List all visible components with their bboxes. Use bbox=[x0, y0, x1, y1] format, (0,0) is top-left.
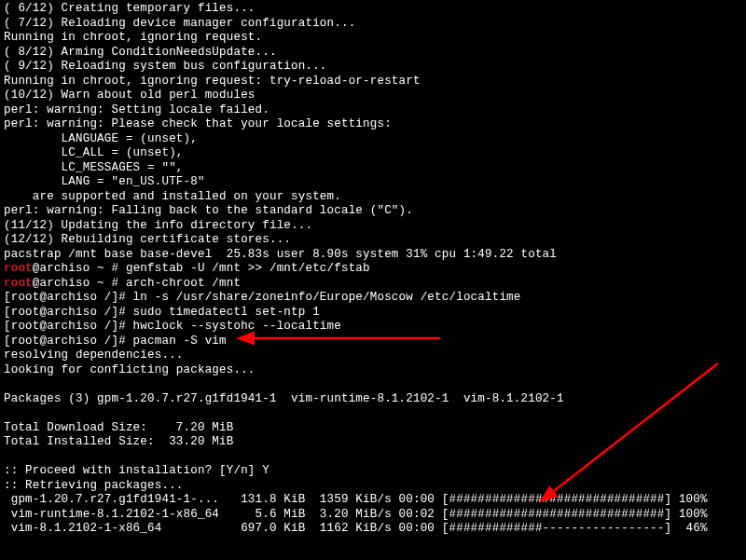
terminal-text: Running in chroot, ignoring request: try… bbox=[4, 75, 421, 88]
terminal-text: LANG = "en_US.UTF-8" bbox=[4, 175, 205, 188]
terminal-text: Running in chroot, ignoring request. bbox=[4, 31, 262, 44]
terminal-text: ( 8/12) Arming ConditionNeedsUpdate... bbox=[4, 46, 277, 59]
terminal-text: @archiso ~ # genfstab -U /mnt >> /mnt/et… bbox=[33, 262, 370, 275]
terminal-line: LC_ALL = (unset), bbox=[4, 146, 742, 161]
terminal-line: LC_MESSAGES = "", bbox=[4, 161, 742, 176]
terminal-line: (12/12) Rebuilding certificate stores... bbox=[4, 233, 742, 248]
terminal-text: perl: warning: Please check that your lo… bbox=[4, 117, 392, 130]
terminal-text: LC_MESSAGES = "", bbox=[4, 161, 184, 174]
terminal-text: perl: warning: Setting locale failed. bbox=[4, 103, 269, 116]
terminal-text: LC_ALL = (unset), bbox=[4, 146, 184, 159]
terminal-text: :: Proceed with installation? [Y/n] Y bbox=[4, 464, 269, 477]
terminal-line: Total Download Size: 7.20 MiB bbox=[4, 421, 742, 436]
terminal-line: ( 9/12) Reloading system bus configurati… bbox=[4, 60, 742, 75]
terminal-line: (10/12) Warn about old perl modules bbox=[4, 89, 742, 103]
terminal-text: (12/12) Rebuilding certificate stores... bbox=[4, 233, 291, 246]
terminal-text: [root@archiso /]# ln -s /usr/share/zonei… bbox=[4, 291, 521, 304]
terminal-text: root bbox=[4, 277, 33, 290]
terminal-line: vim-8.1.2102-1-x86_64 697.0 KiB 1162 KiB… bbox=[4, 522, 742, 537]
terminal-line: vim-runtime-8.1.2102-1-x86_64 5.6 MiB 3.… bbox=[4, 508, 742, 523]
terminal-line: :: Proceed with installation? [Y/n] Y bbox=[4, 464, 742, 479]
terminal-line: [root@archiso /]# hwclock --systohc --lo… bbox=[4, 320, 742, 335]
terminal-line: are supported and installed on your syst… bbox=[4, 190, 742, 205]
terminal-text: (10/12) Warn about old perl modules bbox=[4, 89, 256, 102]
terminal-line: ( 6/12) Creating temporary files... bbox=[4, 2, 742, 17]
terminal-output[interactable]: ( 6/12) Creating temporary files...( 7/1… bbox=[0, 0, 746, 539]
terminal-line: gpm-1.20.7.r27.g1fd1941-1-... 131.8 KiB … bbox=[4, 493, 742, 508]
terminal-text: gpm-1.20.7.r27.g1fd1941-1-... 131.8 KiB … bbox=[4, 493, 708, 506]
terminal-line: (11/12) Updating the info directory file… bbox=[4, 219, 742, 234]
terminal-line bbox=[4, 450, 742, 465]
terminal-text: :: Retrieving packages... bbox=[4, 479, 184, 492]
terminal-text: Total Installed Size: 33.20 MiB bbox=[4, 435, 233, 448]
terminal-line: ( 7/12) Reloading device manager configu… bbox=[4, 17, 742, 32]
terminal-text: [root@archiso /]# sudo timedatectl set-n… bbox=[4, 306, 320, 319]
terminal-text: perl: warning: Falling back to the stand… bbox=[4, 204, 413, 217]
terminal-line: root@archiso ~ # genfstab -U /mnt >> /mn… bbox=[4, 262, 742, 277]
terminal-text: are supported and installed on your syst… bbox=[4, 190, 341, 203]
terminal-line: [root@archiso /]# sudo timedatectl set-n… bbox=[4, 306, 742, 321]
terminal-text: Packages (3) gpm-1.20.7.r27.g1fd1941-1 v… bbox=[4, 392, 564, 405]
terminal-line: Running in chroot, ignoring request. bbox=[4, 31, 742, 46]
terminal-line: perl: warning: Please check that your lo… bbox=[4, 117, 742, 132]
terminal-text: root bbox=[4, 262, 33, 275]
terminal-line: Running in chroot, ignoring request: try… bbox=[4, 75, 742, 89]
terminal-text: (11/12) Updating the info directory file… bbox=[4, 219, 312, 232]
terminal-text: [root@archiso /]# pacman -S vim bbox=[4, 335, 227, 348]
terminal-text: Total Download Size: 7.20 MiB bbox=[4, 421, 233, 434]
terminal-line: perl: warning: Setting locale failed. bbox=[4, 103, 742, 118]
terminal-text: ( 9/12) Reloading system bus configurati… bbox=[4, 60, 327, 73]
terminal-text: ( 7/12) Reloading device manager configu… bbox=[4, 17, 355, 30]
terminal-line: Total Installed Size: 33.20 MiB bbox=[4, 435, 742, 450]
terminal-line: [root@archiso /]# pacman -S vim bbox=[4, 335, 742, 349]
terminal-text: [root@archiso /]# hwclock --systohc --lo… bbox=[4, 320, 341, 333]
terminal-text: LANGUAGE = (unset), bbox=[4, 132, 198, 145]
terminal-text: vim-runtime-8.1.2102-1-x86_64 5.6 MiB 3.… bbox=[4, 508, 708, 521]
terminal-line: pacstrap /mnt base base-devel 25.83s use… bbox=[4, 248, 742, 263]
terminal-line bbox=[4, 377, 742, 392]
terminal-text: ( 6/12) Creating temporary files... bbox=[4, 2, 256, 15]
terminal-line: LANG = "en_US.UTF-8" bbox=[4, 175, 742, 190]
terminal-line: looking for conflicting packages... bbox=[4, 363, 742, 378]
terminal-text: vim-8.1.2102-1-x86_64 697.0 KiB 1162 KiB… bbox=[4, 522, 708, 535]
terminal-line: Packages (3) gpm-1.20.7.r27.g1fd1941-1 v… bbox=[4, 392, 742, 407]
terminal-line: LANGUAGE = (unset), bbox=[4, 132, 742, 147]
terminal-line: ( 8/12) Arming ConditionNeedsUpdate... bbox=[4, 46, 742, 61]
terminal-line: resolving dependencies... bbox=[4, 348, 742, 363]
terminal-text: @archiso ~ # arch-chroot /mnt bbox=[33, 277, 241, 290]
terminal-text: pacstrap /mnt base base-devel 25.83s use… bbox=[4, 248, 557, 261]
terminal-line: [root@archiso /]# ln -s /usr/share/zonei… bbox=[4, 291, 742, 306]
terminal-line: perl: warning: Falling back to the stand… bbox=[4, 204, 742, 219]
terminal-line: :: Retrieving packages... bbox=[4, 479, 742, 494]
terminal-text: looking for conflicting packages... bbox=[4, 363, 256, 376]
terminal-line: root@archiso ~ # arch-chroot /mnt bbox=[4, 277, 742, 292]
terminal-line bbox=[4, 406, 742, 421]
terminal-text: resolving dependencies... bbox=[4, 348, 184, 362]
